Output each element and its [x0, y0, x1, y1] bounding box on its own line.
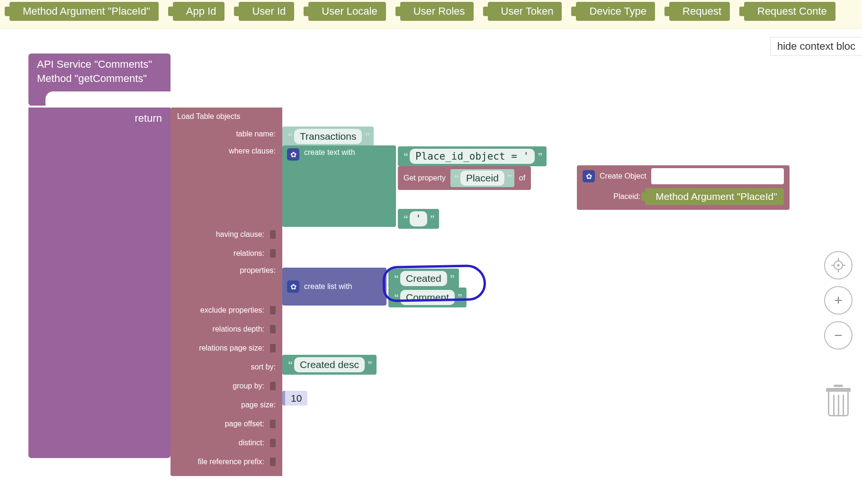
- hide-context-blocks-label: hide context bloc: [777, 40, 855, 52]
- create-list-block[interactable]: ✿ create list with: [282, 268, 386, 306]
- get-property-block[interactable]: Get property “ Placeid ” of: [398, 166, 531, 190]
- context-block-label: Request Conte: [757, 5, 827, 18]
- text-value[interactable]: ': [410, 211, 427, 226]
- text-block-sort-by[interactable]: “ Created desc ”: [282, 355, 377, 375]
- quote-open-icon: “: [394, 292, 397, 303]
- text-block-list-item-2[interactable]: “ Comment ”: [388, 288, 467, 307]
- hide-context-blocks-link[interactable]: hide context bloc: [770, 37, 862, 56]
- trash-body-icon: [828, 392, 849, 416]
- context-block-request-context[interactable]: Request Conte: [744, 2, 835, 21]
- context-block-label: App Id: [186, 5, 216, 18]
- text-value[interactable]: Created desc: [294, 357, 365, 372]
- field-label: where clause:: [229, 147, 276, 155]
- text-value[interactable]: Created: [400, 271, 447, 286]
- return-label: return: [28, 108, 171, 129]
- center-view-button[interactable]: [824, 251, 853, 279]
- get-property-label: Get property: [404, 174, 446, 182]
- context-block-label: User Roles: [413, 5, 465, 18]
- gear-icon[interactable]: ✿: [583, 170, 595, 182]
- socket-icon[interactable]: [270, 325, 276, 333]
- load-table-block[interactable]: Load Table objects table name: where cla…: [171, 108, 282, 476]
- object-name-input[interactable]: [651, 168, 784, 184]
- context-row: Method Argument "PlaceId" App Id User Id…: [0, 2, 862, 21]
- field-label: group by:: [233, 382, 264, 390]
- method-argument-label: Method Argument "PlaceId": [655, 191, 777, 202]
- trash-button[interactable]: [824, 385, 853, 418]
- text-block-where-literal-3[interactable]: “ ' ”: [398, 209, 439, 229]
- create-object-field-label: Placeid:: [613, 192, 640, 201]
- context-block-user-roles[interactable]: User Roles: [400, 2, 474, 21]
- trash-lid-icon: [826, 388, 851, 392]
- api-block-body[interactable]: return: [28, 108, 171, 458]
- quote-close-icon: ”: [450, 273, 453, 284]
- context-block-user-id[interactable]: User Id: [239, 2, 294, 21]
- text-value[interactable]: Comment: [400, 290, 455, 305]
- text-value[interactable]: Transactions: [294, 129, 362, 144]
- method-argument-placeid-inline[interactable]: Method Argument "PlaceId": [645, 188, 784, 205]
- minus-icon: −: [834, 327, 843, 343]
- quote-close-icon: ”: [458, 292, 461, 303]
- field-label: sort by:: [251, 363, 276, 371]
- socket-icon[interactable]: [270, 458, 276, 466]
- create-object-block[interactable]: ✿ Create Object Placeid: Method Argument…: [577, 165, 790, 210]
- plus-icon: +: [834, 292, 843, 308]
- field-exclude-properties: exclude properties:: [171, 301, 276, 320]
- text-value[interactable]: Place_id_object = ': [410, 149, 535, 164]
- context-block-method-argument-placeid[interactable]: Method Argument "PlaceId": [9, 2, 159, 21]
- context-block-label: Request: [682, 5, 721, 18]
- svg-point-1: [837, 264, 840, 267]
- number-block-page-size[interactable]: 10: [282, 393, 307, 404]
- field-having-clause: having clause:: [171, 225, 276, 244]
- zoom-in-button[interactable]: +: [824, 286, 853, 315]
- field-properties: properties:: [171, 263, 276, 301]
- socket-icon[interactable]: [270, 439, 276, 447]
- context-block-label: Method Argument "PlaceId": [23, 5, 150, 18]
- quote-close-icon: ”: [507, 173, 511, 184]
- text-block-list-item-1[interactable]: “ Created ”: [388, 269, 459, 288]
- context-block-app-id[interactable]: App Id: [173, 2, 225, 21]
- socket-icon[interactable]: [270, 230, 276, 239]
- api-inner-notch: [45, 91, 171, 106]
- field-relations-page-size: relations page size:: [171, 339, 276, 358]
- gear-icon[interactable]: ✿: [287, 148, 299, 161]
- text-block-property-name[interactable]: “ Placeid ”: [450, 169, 514, 187]
- socket-icon[interactable]: [270, 420, 276, 428]
- api-service-block[interactable]: API Service "Comments" Method "getCommen…: [28, 54, 171, 106]
- text-block-where-literal-1[interactable]: “ Place_id_object = ' ”: [398, 146, 547, 166]
- field-file-reference-prefix: file reference prefix:: [171, 452, 276, 471]
- number-value[interactable]: 10: [282, 391, 307, 405]
- gear-icon[interactable]: ✿: [287, 280, 299, 293]
- field-label: table name:: [236, 130, 276, 138]
- socket-icon[interactable]: [270, 382, 276, 390]
- api-service-title: API Service "Comments": [37, 58, 162, 71]
- load-table-header: Load Table objects: [171, 112, 276, 125]
- field-label: file reference prefix:: [198, 458, 264, 466]
- field-label: properties:: [240, 266, 276, 275]
- quote-close-icon: ”: [365, 131, 368, 142]
- field-table-name: table name:: [171, 125, 276, 144]
- quote-open-icon: “: [404, 214, 407, 225]
- text-value[interactable]: Placeid: [460, 171, 504, 186]
- of-label: of: [519, 174, 525, 182]
- quote-close-icon: ”: [368, 360, 371, 370]
- field-page-size: page size:: [171, 396, 276, 414]
- context-block-user-token[interactable]: User Token: [488, 2, 562, 21]
- zoom-out-button[interactable]: −: [824, 321, 853, 350]
- quote-open-icon: “: [288, 131, 291, 142]
- field-label: having clause:: [216, 230, 264, 239]
- quote-open-icon: “: [288, 360, 291, 370]
- field-where-clause: where clause:: [171, 144, 276, 225]
- quote-close-icon: ”: [538, 151, 541, 162]
- workspace-tools: + −: [824, 251, 853, 418]
- context-block-device-type[interactable]: Device Type: [576, 2, 655, 21]
- create-list-label: create list with: [304, 282, 352, 291]
- context-block-request[interactable]: Request: [669, 2, 730, 21]
- socket-icon[interactable]: [270, 344, 276, 352]
- field-label: relations:: [233, 249, 264, 258]
- text-block-table-name[interactable]: “ Transactions ”: [282, 126, 374, 146]
- socket-icon[interactable]: [270, 249, 276, 258]
- crosshair-icon: [831, 258, 846, 273]
- create-text-block[interactable]: ✿ create text with: [282, 145, 396, 227]
- socket-icon[interactable]: [270, 306, 276, 315]
- context-block-user-locale[interactable]: User Locale: [308, 2, 386, 21]
